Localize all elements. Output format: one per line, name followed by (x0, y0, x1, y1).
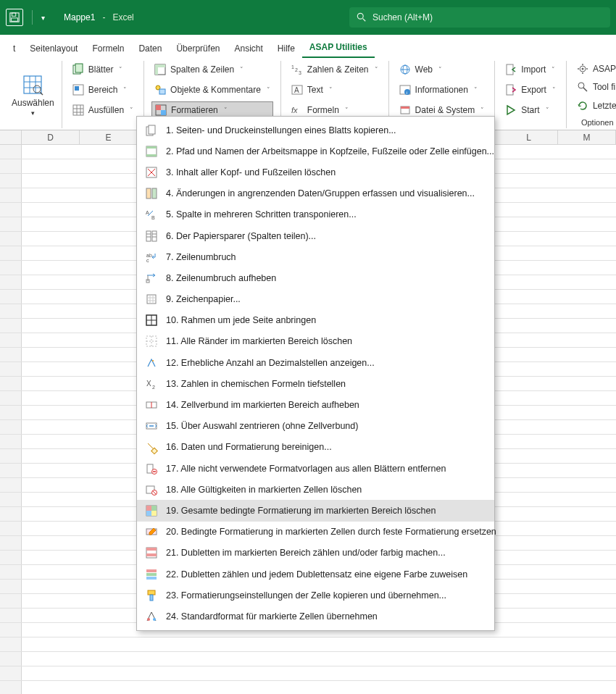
asap-options-button[interactable]: ASAP Utilities O (574, 61, 616, 77)
row-header[interactable] (0, 391, 22, 405)
text-button[interactable]: AText˅ (288, 81, 381, 99)
row-header[interactable] (0, 188, 22, 202)
menu-item-drawing-paper[interactable]: 9. Zeichenpapier... (137, 289, 494, 310)
menu-item-clean-data[interactable]: 16. Daten und Formatierung bereinigen... (137, 437, 494, 458)
menu-item-subscript-chemical[interactable]: X213. Zahlen in chemischen Formeln tiefs… (137, 373, 494, 394)
select-button[interactable]: Auswählen ▾ (12, 73, 54, 117)
svg-text:A: A (294, 86, 299, 94)
row-header[interactable] (0, 362, 22, 376)
row-header[interactable] (0, 449, 22, 463)
tab-view[interactable]: Ansicht (227, 39, 270, 58)
row-header[interactable] (0, 580, 22, 593)
row-header[interactable] (0, 261, 22, 275)
tab-start[interactable]: t (6, 39, 22, 58)
import-button[interactable]: Import˅ (502, 61, 559, 78)
row-header[interactable] (0, 507, 22, 521)
tab-page-layout[interactable]: Seitenlayout (22, 39, 85, 58)
last-tool-button[interactable]: Letztes Tool ern (574, 98, 616, 114)
numbers-icon: 123 (291, 64, 303, 75)
menu-item-copy-cell-format[interactable]: 23. Formatierungseinstellungen der Zelle… (137, 585, 494, 606)
cols-rows-button[interactable]: Spalten & Zeilen˅ (151, 61, 273, 78)
menu-item-clear-headers[interactable]: 3. Inhalt aller Kopf- und Fußzeilen lösc… (137, 162, 494, 183)
row-header[interactable] (0, 551, 22, 564)
row-header[interactable] (0, 565, 22, 579)
save-icon[interactable] (6, 9, 23, 26)
sheets-button[interactable]: Blätter˅ (70, 61, 136, 78)
options-label-row[interactable]: Optionen und Ein (574, 117, 616, 128)
start-button[interactable]: Start˅ (502, 101, 559, 119)
row-header[interactable] (0, 420, 22, 434)
export-button[interactable]: Export˅ (502, 81, 559, 99)
row-header[interactable] (0, 464, 22, 477)
menu-item-wrap-text[interactable]: abc7. Zeilenumbruch (137, 246, 494, 267)
row-header[interactable] (0, 348, 22, 361)
svg-text:1: 1 (291, 64, 294, 70)
row-header[interactable] (0, 377, 22, 390)
find-tool-button[interactable]: Tool finden und (574, 80, 616, 96)
row-header[interactable] (0, 623, 22, 637)
objects-comments-button[interactable]: Objekte & Kommentare˅ (151, 81, 273, 99)
menu-item-apply-default-format[interactable]: 24. Standardformat für markierte Zellen … (137, 606, 494, 627)
tab-review[interactable]: Überprüfen (169, 39, 227, 58)
menu-item-insert-path-name[interactable]: 2. Pfad und Namen der Arbeitsmappe in Ko… (137, 141, 494, 162)
menu-item-clear-borders[interactable]: 11. Alle Ränder im markierten Bereich lö… (137, 331, 494, 352)
search-box[interactable]: Suchen (Alt+M) (349, 7, 610, 28)
row-header[interactable] (0, 174, 22, 188)
menu-label: 11. Alle Ränder im markierten Bereich lö… (166, 336, 352, 346)
row-header[interactable] (0, 594, 22, 608)
qat-customize-icon[interactable]: ▾ (41, 14, 45, 22)
row-header[interactable] (0, 637, 22, 651)
col-header[interactable]: D (22, 130, 80, 144)
menu-item-decimal-places[interactable]: 12. Erhebliche Anzahl an Dezimalstellen … (137, 352, 494, 373)
row-header[interactable] (0, 145, 22, 159)
row-header[interactable] (0, 666, 22, 680)
menu-item-clear-validation[interactable]: 18. Alle Gültigkeiten in markierten Zell… (137, 479, 494, 500)
row-header[interactable] (0, 246, 22, 260)
range-button[interactable]: Bereich˅ (70, 81, 136, 99)
row-header[interactable] (0, 333, 22, 347)
row-header[interactable] (0, 652, 22, 666)
col-header[interactable]: M (558, 130, 616, 144)
menu-item-replace-conditional-fixed[interactable]: 20. Bedingte Formatierung in markierten … (137, 522, 494, 543)
row-header[interactable] (0, 304, 22, 318)
row-header[interactable] (0, 493, 22, 506)
select-all-corner[interactable] (0, 130, 22, 144)
row-header[interactable] (0, 159, 22, 173)
col-header[interactable]: E (80, 130, 138, 144)
row-header[interactable] (0, 232, 22, 246)
row-header[interactable] (0, 319, 22, 333)
row-header[interactable] (0, 435, 22, 448)
menu-item-transpose-column[interactable]: AB5. Spalte in mehreren Schritten transp… (137, 204, 494, 225)
row-header[interactable] (0, 536, 22, 550)
menu-item-detect-changes[interactable]: 4. Änderungen in angrenzenden Daten/Grup… (137, 183, 494, 204)
web-button[interactable]: Web˅ (396, 61, 488, 78)
menu-item-center-across[interactable]: 15. Über Auswahl zentrieren (ohne Zellve… (137, 416, 494, 437)
col-header[interactable]: L (500, 130, 558, 144)
row-header[interactable] (0, 290, 22, 304)
fill-button[interactable]: Ausfüllen˅ (70, 101, 136, 119)
menu-item-remove-unused-styles[interactable]: 17. Alle nicht verwendete Formatvorlagen… (137, 458, 494, 479)
row-header[interactable] (0, 609, 22, 622)
row-header[interactable] (0, 203, 22, 217)
menu-item-unwrap-text[interactable]: 8. Zeilenumbruch aufheben (137, 267, 494, 288)
menu-item-count-color-duplicates[interactable]: 21. Dubletten im markierten Bereich zähl… (137, 543, 494, 564)
row-header[interactable] (0, 275, 22, 289)
menu-item-clear-conditional-formatting[interactable]: 19. Gesamte bedingte Formatierung im mar… (137, 500, 494, 521)
tab-help[interactable]: Hilfe (270, 39, 302, 58)
menu-item-color-duplicate-sets[interactable]: 22. Dubletten zählen und jedem Dubletten… (137, 564, 494, 585)
menu-item-paper-saver[interactable]: 6. Der Papiersparer (Spalten teilen)... (137, 225, 494, 246)
information-button[interactable]: iInformationen˅ (396, 81, 488, 99)
tab-formulas[interactable]: Formeln (85, 39, 131, 58)
menu-item-unmerge-cells[interactable]: 14. Zellverbund im markierten Bereich au… (137, 394, 494, 415)
svg-text:i: i (406, 91, 407, 95)
row-header[interactable] (0, 217, 22, 231)
tab-data[interactable]: Daten (131, 39, 169, 58)
menu-item-page-borders[interactable]: 10. Rahmen um jede Seite anbringen (137, 310, 494, 331)
menu-item-copy-print-settings[interactable]: 1. Seiten- und Druckeinstellungen eines … (137, 120, 494, 141)
row-header[interactable] (0, 478, 22, 492)
tab-asap-utilities[interactable]: ASAP Utilities (302, 38, 375, 58)
row-header[interactable] (0, 406, 22, 419)
row-header[interactable] (0, 681, 22, 694)
numbers-dates-button[interactable]: 123Zahlen & Zeiten˅ (288, 61, 381, 78)
row-header[interactable] (0, 522, 22, 535)
